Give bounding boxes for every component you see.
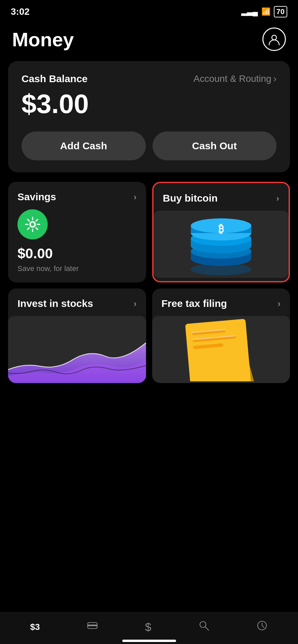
nav-search-icon <box>198 620 210 634</box>
wifi-icon: 📶 <box>261 7 270 16</box>
bitcoin-card[interactable]: Buy bitcoin › ₿ <box>152 182 290 282</box>
svg-point-2 <box>31 223 34 226</box>
cash-balance-label: Cash Balance <box>22 73 88 85</box>
account-routing-text: Account & Routing <box>194 73 271 84</box>
bitcoin-visual: ₿ <box>154 211 289 278</box>
nav-balance-label: $3 <box>30 622 40 632</box>
savings-gear-icon <box>24 215 42 233</box>
savings-icon <box>17 209 48 239</box>
feature-grid: Savings › $0.00 Save now <box>8 182 290 383</box>
stocks-visual <box>8 316 146 383</box>
action-buttons: Add Cash Cash Out <box>22 131 276 160</box>
savings-title: Savings › <box>17 191 137 203</box>
status-right: ▂▃▄ 📶 70 <box>241 6 287 17</box>
stocks-chart-icon <box>8 316 146 383</box>
profile-icon <box>268 33 281 46</box>
status-bar: 3:02 ▂▃▄ 📶 70 <box>0 0 298 21</box>
chevron-right-icon: › <box>273 73 276 84</box>
svg-line-10 <box>28 228 29 229</box>
tax-chevron-icon: › <box>278 299 281 309</box>
tax-papers-icon <box>171 318 271 381</box>
nav-card[interactable] <box>87 620 98 634</box>
tax-visual <box>152 316 290 383</box>
savings-subtitle: Save now, for later <box>17 264 137 273</box>
svg-line-35 <box>205 627 209 630</box>
cash-out-button[interactable]: Cash Out <box>153 131 277 160</box>
svg-rect-26 <box>185 319 252 381</box>
stocks-card[interactable]: Invest in stocks › <box>8 288 146 383</box>
svg-rect-33 <box>88 625 97 626</box>
svg-text:₿: ₿ <box>218 223 224 235</box>
nav-dollar-icon: $ <box>145 621 151 634</box>
bitcoin-title: Buy bitcoin › <box>163 193 280 204</box>
savings-amount: $0.00 <box>17 246 137 262</box>
nav-balance[interactable]: $3 <box>30 622 40 632</box>
cash-balance-card: Cash Balance Account & Routing › $3.00 A… <box>8 61 290 172</box>
svg-line-8 <box>36 228 38 229</box>
home-indicator <box>122 640 176 642</box>
bitcoin-chevron-icon: › <box>276 193 279 204</box>
tax-card[interactable]: Free tax filing › <box>152 288 290 383</box>
stocks-chevron-icon: › <box>134 299 137 309</box>
svg-line-9 <box>36 219 38 221</box>
tax-title: Free tax filing › <box>162 298 281 309</box>
nav-activity[interactable] <box>256 620 268 634</box>
bottom-nav: $3 $ <box>0 612 298 644</box>
nav-card-icon <box>87 620 98 634</box>
cash-amount: $3.00 <box>22 89 276 119</box>
cash-balance-header: Cash Balance Account & Routing › <box>22 73 276 85</box>
stocks-title: Invest in stocks › <box>17 298 137 309</box>
savings-chevron-icon: › <box>134 192 137 202</box>
time-display: 3:02 <box>11 6 30 17</box>
add-cash-button[interactable]: Add Cash <box>22 131 146 160</box>
bitcoin-coins-icon: ₿ <box>184 212 258 276</box>
nav-dollar[interactable]: $ <box>145 621 151 634</box>
nav-activity-icon <box>256 620 268 634</box>
page-title: Money <box>12 28 74 51</box>
nav-search[interactable] <box>198 620 210 634</box>
battery-icon: 70 <box>274 6 287 17</box>
header: Money <box>0 21 298 61</box>
signal-icon: ▂▃▄ <box>241 7 258 16</box>
account-routing-link[interactable]: Account & Routing › <box>194 73 276 84</box>
svg-line-7 <box>28 219 29 221</box>
profile-button[interactable] <box>262 28 286 51</box>
savings-card[interactable]: Savings › $0.00 Save now <box>8 182 146 282</box>
svg-point-0 <box>272 35 276 40</box>
